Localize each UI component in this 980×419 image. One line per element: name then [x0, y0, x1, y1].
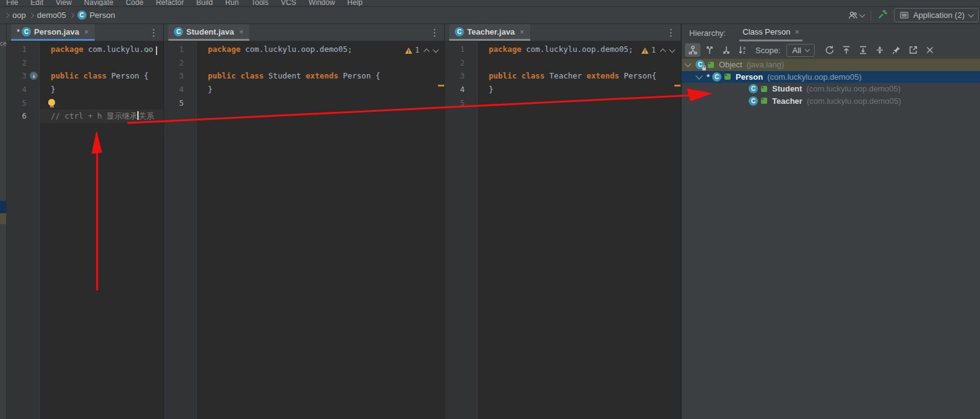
menu-item-window[interactable]: Window	[303, 0, 342, 7]
menu-item-run[interactable]: Run	[219, 0, 245, 7]
stripe-marker-blue	[0, 201, 6, 213]
refresh-icon[interactable]	[822, 43, 838, 57]
gutter-line-number: 1	[164, 43, 196, 56]
previous-problem-icon[interactable]	[424, 48, 430, 54]
class-name: Object	[719, 60, 742, 69]
tab-teacher-java[interactable]: CTeacher.java×	[449, 24, 530, 41]
visibility-modifier-icon	[761, 86, 767, 92]
class-icon: C	[712, 72, 721, 82]
collapse-all-icon[interactable]	[872, 43, 888, 57]
hierarchy-row-object[interactable]: CObject(java.lang)	[682, 59, 980, 71]
inspections-ok-icon: ✓	[146, 44, 151, 57]
expand-all-icon[interactable]	[856, 43, 871, 57]
subtypes-hierarchy-icon[interactable]	[718, 43, 734, 57]
code-line	[40, 56, 163, 70]
warning-count: 1	[415, 44, 419, 57]
menu-item-view[interactable]: View	[49, 0, 78, 7]
menu-item-help[interactable]: Help	[341, 0, 369, 7]
menu-item-navigate[interactable]: Navigate	[78, 0, 119, 7]
breadcrumb-item-oop[interactable]: oop	[12, 11, 26, 20]
editor-gutter: 123↓456	[7, 41, 40, 419]
expanded-chevron-icon[interactable]	[695, 72, 702, 79]
breadcrumb-item-person[interactable]: CPerson	[77, 11, 115, 20]
breadcrumb-item-demo05[interactable]: demo05	[37, 11, 66, 20]
scope-dropdown-chevron-icon	[805, 46, 810, 51]
hierarchy-tab-class-person[interactable]: Class Person ×	[739, 24, 802, 41]
scope-select[interactable]: All	[786, 44, 814, 57]
class-hierarchy-icon[interactable]	[685, 43, 700, 57]
hierarchy-row-student[interactable]: CStudent(com.luckylu.oop.demo05)	[682, 83, 980, 95]
base-on-this-class-icon[interactable]	[839, 43, 854, 57]
code-token: extends	[306, 71, 338, 80]
gutter-line-number: 4	[164, 83, 196, 96]
menu-item-file[interactable]: File	[0, 0, 24, 7]
editor-code-area[interactable]: package com.luckylu.oop.demo05;1public c…	[197, 41, 444, 419]
menu-item-edit[interactable]: Edit	[24, 0, 49, 7]
menu-item-build[interactable]: Build	[190, 0, 219, 7]
tab-options-kebab-icon[interactable]: ⋮	[149, 27, 158, 38]
code-line: package com.luckylu.oo✓	[40, 43, 163, 56]
supertypes-hierarchy-icon[interactable]	[702, 43, 717, 57]
hierarchy-toolbar: azScope:All	[682, 41, 980, 59]
code-line: }	[478, 83, 681, 96]
visibility-modifier-icon	[708, 62, 714, 68]
gutter-line-number: 3	[164, 69, 196, 83]
hierarchy-header: Hierarchy: Class Person ×	[682, 24, 980, 41]
expanded-chevron-icon[interactable]	[684, 61, 691, 67]
inspection-widget: 1	[641, 44, 674, 57]
users-icon[interactable]	[848, 11, 864, 20]
tab-close-icon[interactable]: ×	[239, 28, 244, 36]
hierarchy-row-person[interactable]: *CPerson(com.luckylu.oop.demo05)	[682, 71, 980, 83]
error-stripe-warning-mark	[674, 85, 681, 87]
next-problem-icon[interactable]	[669, 46, 676, 53]
open-in-editor-icon[interactable]	[906, 43, 921, 57]
hierarchy-tab-label: Class Person	[742, 27, 790, 36]
code-token: extends	[587, 71, 619, 80]
code-line: public class Student extends Person {	[197, 69, 444, 83]
code-line: package com.luckylu.oop.demo05;1	[197, 43, 444, 56]
editor-code-area[interactable]: package com.luckylu.oo✓public class Pers…	[40, 41, 163, 419]
code-line: }	[197, 83, 444, 96]
previous-problem-icon[interactable]	[660, 48, 666, 54]
intention-bulb-icon[interactable]	[48, 99, 55, 106]
tab-options-kebab-icon[interactable]: ⋮	[430, 27, 439, 38]
next-problem-icon[interactable]	[433, 46, 439, 53]
tab-close-icon[interactable]: ×	[520, 28, 525, 36]
tab-student-java[interactable]: CStudent.java×	[168, 24, 249, 41]
sort-alphabetically-icon[interactable]: az	[735, 43, 750, 57]
divider	[870, 11, 871, 20]
subclassed-icon[interactable]: ↓	[30, 72, 38, 80]
hierarchy-panel: Hierarchy: Class Person × azScope:All CO…	[681, 24, 980, 419]
hierarchy-tab-close-icon[interactable]: ×	[795, 28, 800, 36]
class-icon: C	[455, 27, 464, 36]
tab-options-kebab-icon[interactable]: ⋮	[666, 27, 676, 38]
run-configuration-select[interactable]: Application (2)	[894, 8, 979, 22]
scrollbar-thumb[interactable]	[156, 46, 157, 55]
editor-code-area[interactable]: package com.luckylu.oop.demo05;1public c…	[478, 41, 681, 419]
scope-label: Scope:	[755, 46, 780, 55]
class-icon: C	[77, 11, 87, 20]
build-hammer-icon[interactable]	[877, 9, 888, 22]
tab-label: Student.java	[186, 27, 234, 36]
editor-gutter: 12345	[445, 41, 478, 419]
menu-item-refactor[interactable]: Refactor	[150, 0, 190, 7]
menu-item-tools[interactable]: Tools	[245, 0, 275, 7]
class-name: Teacher	[772, 96, 802, 106]
code-token: 关系	[139, 111, 154, 121]
warning-icon	[405, 47, 413, 54]
tab-person-java[interactable]: *CPerson.java×	[11, 24, 95, 41]
visibility-modifier-icon	[761, 98, 767, 104]
hierarchy-row-teacher[interactable]: CTeacher(com.luckylu.oop.demo05)	[682, 95, 980, 108]
editor-gutter: 12345	[164, 41, 197, 419]
visibility-modifier-icon	[724, 74, 731, 80]
tab-close-icon[interactable]: ×	[84, 28, 89, 36]
pin-icon[interactable]	[889, 43, 905, 57]
gutter-line-number: 4	[445, 83, 477, 96]
gutter-line-number: 1	[7, 43, 39, 56]
breadcrumb-chevron-icon	[69, 12, 74, 17]
left-tool-window-stripe[interactable]: ce	[0, 24, 7, 419]
menu-item-vcs[interactable]: VCS	[275, 0, 303, 7]
close-icon[interactable]	[922, 43, 938, 57]
menu-item-code[interactable]: Code	[119, 0, 150, 7]
package-name: (java.lang)	[747, 60, 784, 69]
